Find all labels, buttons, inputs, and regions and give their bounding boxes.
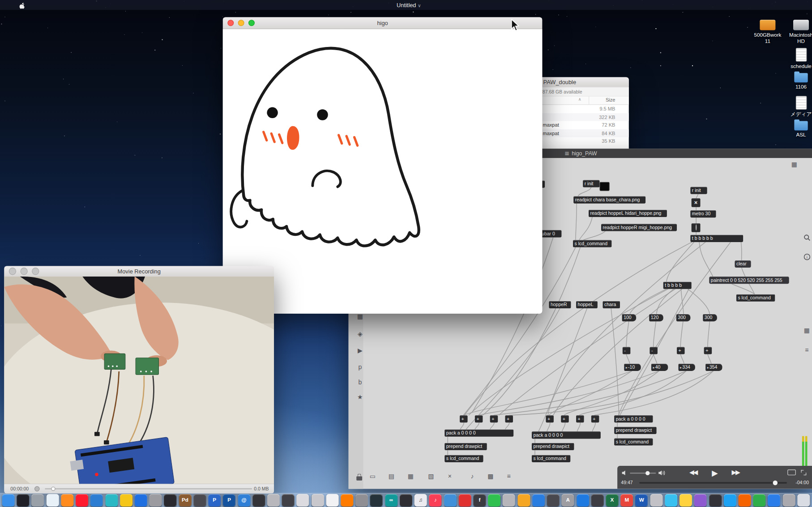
info-icon[interactable]: i — [799, 254, 812, 262]
dock-app-app-yellow[interactable] — [120, 494, 132, 507]
volume-knob[interactable] — [645, 471, 650, 475]
max-object-box[interactable]: r init — [583, 180, 599, 187]
dock-app-app-dark3[interactable] — [282, 494, 295, 507]
max-object-box[interactable]: s lcd_command — [444, 455, 483, 462]
grid-corner-icon[interactable]: ▦ — [787, 161, 802, 168]
max-object-box[interactable]: prepend drawpict — [444, 443, 487, 450]
dock-app-app-dark4[interactable] — [400, 494, 412, 507]
max-object-box[interactable]: + — [546, 415, 553, 422]
volume-slider[interactable] — [630, 473, 656, 473]
dock-app-app-red[interactable] — [458, 494, 471, 507]
close-tool-icon[interactable]: × — [443, 473, 457, 480]
dock-app-app-yellow2[interactable] — [680, 494, 692, 507]
mixer-icon[interactable]: ≡ — [799, 346, 812, 354]
max-object-box[interactable]: readpict chara base_chara.png — [573, 196, 645, 203]
dock-app-app-gray5[interactable] — [782, 494, 795, 507]
max-number-box[interactable]: ▸-10 — [624, 364, 641, 371]
zoom-button[interactable] — [32, 268, 39, 275]
max-object-box[interactable]: - — [650, 347, 657, 354]
dock-app-app-white[interactable] — [326, 494, 338, 507]
airplay-icon[interactable] — [787, 469, 796, 475]
max-object-box[interactable]: metro 30 — [690, 210, 716, 217]
dock-app-app-p2[interactable]: P — [223, 494, 235, 507]
comment-icon[interactable]: ▤ — [384, 473, 399, 480]
dock-app-app-dark2[interactable] — [252, 494, 265, 507]
dock-app-app-diamond[interactable] — [503, 494, 515, 507]
dock-app-app-cube[interactable] — [193, 494, 206, 507]
zoom-button[interactable] — [248, 20, 255, 26]
max-object-box[interactable]: s lcd_command — [614, 438, 653, 445]
size-column-header[interactable]: Size — [606, 97, 615, 103]
max-object-box[interactable]: t b b b b b — [690, 235, 743, 242]
movie-scrubber-knob[interactable] — [51, 487, 55, 491]
max-object-box[interactable]: t b b b b — [663, 282, 692, 289]
max-object-box[interactable]: + — [704, 347, 712, 354]
dock-app-arduino[interactable]: ∞ — [385, 494, 397, 507]
max-object-box[interactable]: + — [475, 415, 483, 422]
dock-app-app-light[interactable] — [297, 494, 309, 507]
traffic-lights[interactable] — [9, 268, 39, 275]
dock-app-app-green[interactable] — [488, 494, 500, 507]
dock-app-word[interactable]: W — [635, 494, 648, 507]
max-object-box[interactable]: - — [623, 347, 630, 354]
dock-app-excel[interactable]: X — [606, 494, 618, 507]
max-number-box[interactable]: 100 — [622, 314, 636, 321]
max-object-box[interactable]: prepend drawpict — [532, 443, 574, 450]
rewind-button[interactable]: ◀◀ — [689, 469, 697, 476]
volume-max-icon[interactable] — [658, 470, 667, 476]
dock-app-app-dark5[interactable] — [547, 494, 560, 507]
dock-app-app-blue2[interactable] — [577, 494, 589, 507]
list-icon[interactable]: ≡ — [501, 473, 516, 480]
star-tool-icon[interactable]: ★ — [353, 393, 368, 400]
seek-knob[interactable] — [773, 481, 778, 485]
column-divider[interactable] — [589, 97, 589, 104]
max-toggle[interactable]: × — [692, 198, 701, 207]
desktop-icon-macintosh-hd[interactable]: Macintosh HD — [786, 20, 812, 44]
movie-recording-window[interactable]: Movie Recording — [4, 266, 274, 494]
max-object-box[interactable]: + — [490, 415, 498, 422]
max-object-box[interactable]: hoppeR — [549, 301, 571, 308]
dock-app-app-globe[interactable] — [532, 494, 545, 507]
layout-icon[interactable]: ▦ — [799, 327, 812, 334]
max-number-box[interactable]: 120 — [649, 314, 663, 321]
fullscreen-icon[interactable] — [801, 470, 807, 475]
dock-app-dropbox[interactable] — [768, 494, 780, 507]
dock-app-unity[interactable] — [370, 494, 383, 507]
max-number-box[interactable]: 300 — [703, 314, 717, 321]
dock-app-app-teal[interactable] — [105, 494, 118, 507]
dock-app-edge[interactable] — [90, 494, 103, 507]
max-preview-box[interactable] — [600, 182, 610, 191]
dock-app-app-gray4[interactable] — [650, 494, 662, 507]
dock-app-twitter[interactable] — [724, 494, 736, 507]
max-object-box[interactable]: r init — [690, 187, 707, 194]
patcher-tool-icon[interactable]: p — [353, 364, 368, 371]
send-tool-icon[interactable]: ▶ — [353, 347, 368, 354]
max-object-box[interactable]: chara — [603, 301, 620, 308]
fast-forward-button[interactable]: ▶▶ — [731, 469, 739, 476]
movie-titlebar[interactable]: Movie Recording — [4, 266, 274, 277]
zoom-icon[interactable] — [799, 234, 812, 243]
dock-app-piano[interactable]: ♫ — [415, 494, 427, 507]
dock-app-music[interactable]: ♪ — [429, 494, 442, 507]
apple-menu-icon[interactable] — [19, 1, 26, 9]
max-object-box[interactable]: pack a 0 0 0 0 — [444, 429, 513, 436]
close-button[interactable] — [9, 268, 16, 275]
edit-tool-icon[interactable]: ◈ — [353, 330, 368, 337]
max-object-box[interactable]: s lcd_command — [532, 455, 570, 462]
dock-app-app-gray2[interactable] — [267, 494, 280, 507]
desktop-icon-schedule[interactable]: schedule — [786, 48, 812, 69]
max-number-box[interactable]: ▸334 — [679, 364, 695, 371]
dock-app-opera[interactable] — [76, 494, 88, 507]
picture-tool-icon[interactable]: ▦ — [353, 313, 368, 320]
max-object-box[interactable]: hoppeL — [576, 301, 598, 308]
dock-app-processing[interactable]: P — [208, 494, 221, 507]
traffic-lights[interactable] — [227, 20, 255, 26]
close-button[interactable] — [227, 20, 234, 26]
max-object-box[interactable]: readpict hoppeR migi_hoppe.png — [601, 224, 677, 231]
max-message-box[interactable]: clear — [735, 260, 751, 268]
dock-app-siri[interactable] — [17, 494, 30, 507]
dock-app-app-orange[interactable] — [517, 494, 530, 507]
max-object-box[interactable]: readpict hoppeL hidari_hoppe.png — [589, 210, 667, 217]
max-number-box[interactable]: ▸40 — [651, 364, 668, 371]
volume-min-icon[interactable] — [621, 470, 628, 476]
